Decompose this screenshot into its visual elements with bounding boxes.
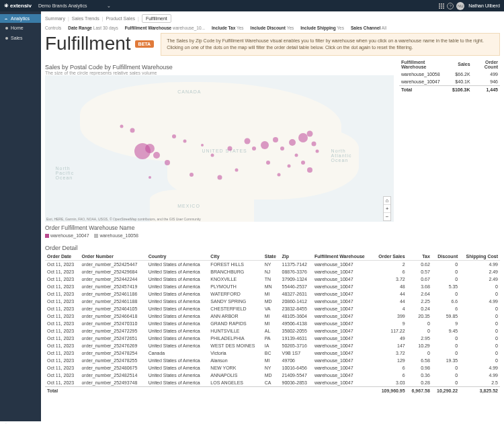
table-row[interactable]: Oct 11, 2023order_number_252461188United… (45, 298, 500, 305)
sidebar-item-sales[interactable]: Sales (0, 33, 41, 43)
wh-col-count[interactable]: Order Count (472, 58, 500, 71)
detail-col[interactable]: Order Sales (373, 253, 407, 261)
page-title: Fulfillment BETA (45, 33, 154, 54)
chart-icon: ⫠ (4, 16, 9, 21)
controls-label: Controls (45, 26, 61, 30)
order-detail-table: Order DateOrder NumberCountryCityStateZi… (45, 253, 500, 394)
tab-fulfillment[interactable]: Fulfillment (142, 14, 171, 23)
map-attribution: Esri, HERE, Garmin, FAO, NOAA, USGS, © O… (46, 217, 201, 221)
home-icon (5, 27, 8, 30)
detail-col[interactable]: Discount (432, 253, 460, 261)
map-section-title: Sales by Postal Code by Fulfillment Ware… (45, 64, 394, 71)
map-label-pacific: North Pacific Ocean (56, 166, 83, 180)
wh-row[interactable]: warehouse_10058$66.2K499 (399, 71, 500, 78)
sidebar-head-analytics[interactable]: ⫠Analytics (0, 14, 41, 23)
table-row[interactable]: Oct 11, 2023order_number_252476269United… (45, 342, 500, 349)
detail-col[interactable]: Country (146, 253, 209, 261)
detail-col[interactable]: Shipping Cost (460, 253, 500, 261)
table-row[interactable]: Oct 11, 2023order_number_252470310United… (45, 320, 500, 327)
control-include-tax[interactable]: Include Tax Yes (212, 26, 244, 30)
control-include-discount[interactable]: Include Discount Yes (251, 26, 294, 30)
legend-item-0[interactable]: warehouse_10047 (50, 233, 89, 238)
detail-section-title: Order Detail (45, 245, 500, 251)
brand-selector[interactable]: Demo Brands Analytics⌄ (38, 3, 111, 9)
table-row[interactable]: Oct 11, 2023order_number_252442244United… (45, 275, 500, 283)
sidebar: ⫠Analytics Home Sales (0, 11, 41, 421)
wh-col-name[interactable]: Fulfillment Warehouse (399, 58, 450, 71)
wh-row[interactable]: warehouse_10047$40.1K946 (399, 78, 500, 86)
sales-map[interactable]: CANADA UNITED STATES North Atlantic Ocea… (45, 75, 394, 222)
sidebar-item-home[interactable]: Home (0, 23, 41, 33)
tab-product-sales[interactable]: Product Sales (106, 16, 135, 21)
map-zoom-in[interactable]: + (384, 205, 390, 213)
wh-col-sales[interactable]: Sales (450, 58, 472, 71)
detail-total-row: Total109,960.956,967.5810,290.223,825.52 (45, 386, 500, 394)
control-warehouse[interactable]: Fulfillment Warehouse warehouse_10... (125, 26, 205, 30)
table-row[interactable]: Oct 11, 2023order_number_252480675United… (45, 364, 500, 372)
apps-icon[interactable] (439, 3, 444, 9)
control-include-shipping[interactable]: Include Shipping Yes (300, 26, 344, 30)
table-row[interactable]: Oct 11, 2023order_number_252472295United… (45, 327, 500, 335)
table-row[interactable]: Oct 11, 2023order_number_252457419United… (45, 283, 500, 290)
legend-item-1[interactable]: warehouse_10058 (99, 233, 138, 238)
map-home-icon[interactable]: ⌂ (384, 197, 390, 205)
map-legend: Order Fulfillment Warehouse Name warehou… (45, 224, 394, 238)
tab-bar: Summary| Sales Trends| Product Sales| Fu… (45, 14, 500, 23)
table-row[interactable]: Oct 11, 2023order_number_252493748United… (45, 379, 500, 387)
detail-col[interactable]: Fulfillment Warehouse (312, 253, 373, 261)
detail-col[interactable]: Order Number (79, 253, 146, 261)
table-row[interactable]: Oct 11, 2023order_number_252482514United… (45, 372, 500, 379)
table-row[interactable]: Oct 11, 2023order_number_252478254Canada… (45, 349, 500, 357)
brand-logo: ✳ extensiv (4, 3, 32, 9)
user-name: Nathan Ullberd (468, 3, 500, 8)
controls-bar: Controls Date Range Last 30 days Fulfill… (45, 26, 500, 30)
chevron-down-icon: ⌄ (107, 3, 111, 9)
map-label-mexico: MEXICO (177, 204, 200, 208)
detail-col[interactable]: City (208, 253, 262, 261)
control-date-range[interactable]: Date Range Last 30 days (68, 26, 118, 30)
table-row[interactable]: Oct 11, 2023order_number_252461186United… (45, 290, 500, 298)
warehouse-summary-table: Fulfillment Warehouse Sales Order Count … (399, 58, 500, 238)
table-row[interactable]: Oct 11, 2023order_number_252472651United… (45, 335, 500, 342)
table-row[interactable]: Oct 11, 2023order_number_252425447United… (45, 260, 500, 268)
map-zoom-out[interactable]: − (384, 213, 390, 220)
detail-col[interactable]: Order Date (45, 253, 79, 261)
table-row[interactable]: Oct 11, 2023order_number_252478255United… (45, 357, 500, 364)
sales-icon (5, 37, 8, 40)
map-zoom-controls[interactable]: ⌂ + − (383, 196, 391, 221)
map-label-atlantic: North Atlantic Ocean (331, 149, 365, 163)
map-label-usa: UNITED STATES (202, 149, 247, 153)
map-label-canada: CANADA (177, 89, 201, 94)
help-icon[interactable]: ? (447, 3, 454, 9)
control-sales-channel[interactable]: Sales Channel All (351, 26, 386, 30)
main-content: Summary| Sales Trends| Product Sales| Fu… (41, 11, 504, 421)
table-row[interactable]: Oct 11, 2023order_number_252429684United… (45, 268, 500, 275)
beta-badge: BETA (135, 40, 155, 48)
detail-col[interactable]: Tax (407, 253, 432, 261)
tab-summary[interactable]: Summary (45, 16, 65, 21)
info-callout: The Sales by Zip Code by Fulfillment War… (161, 33, 500, 56)
tab-sales-trends[interactable]: Sales Trends (72, 16, 99, 21)
footer: ✳ extensiv © 2023 Extensiv, All rights r… (0, 421, 504, 424)
map-section-subtitle: The size of the circle represents relati… (45, 71, 394, 75)
table-row[interactable]: Oct 11, 2023order_number_252464105United… (45, 305, 500, 312)
detail-col[interactable]: State (263, 253, 280, 261)
topbar: ✳ extensiv Demo Brands Analytics⌄ ? NU N… (0, 0, 504, 11)
wh-total-row: Total$106.3K1,445 (399, 85, 500, 93)
user-avatar[interactable]: NU (456, 2, 464, 10)
detail-col[interactable]: Zip (280, 253, 312, 261)
table-row[interactable]: Oct 11, 2023order_number_252466418United… (45, 312, 500, 320)
